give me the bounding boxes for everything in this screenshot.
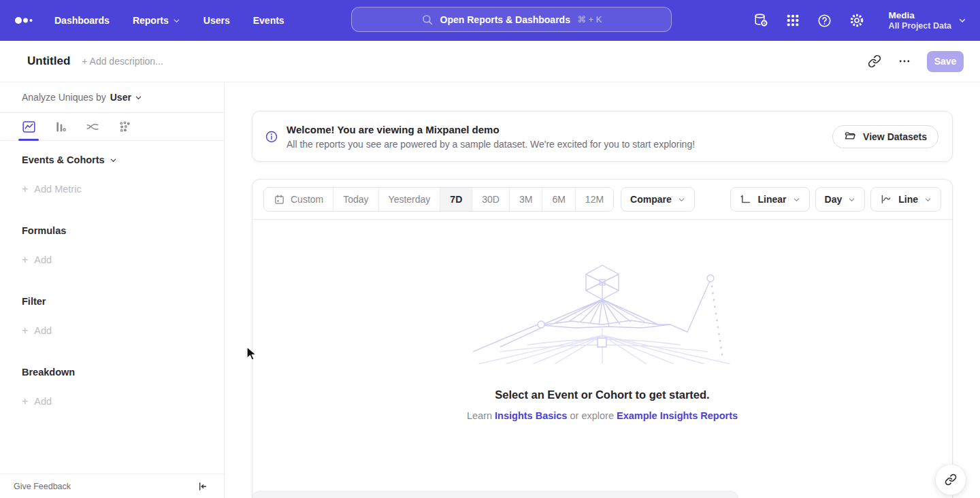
plus-icon: + [22,395,28,408]
empty-state-subtitle: Learn Insights Basics or explore Example… [467,410,738,421]
folder-icon [844,130,857,143]
chevron-down-icon [173,17,180,24]
search-icon [421,14,434,26]
copy-url-floating-button[interactable] [935,464,966,495]
section-breakdown: Breakdown [22,367,202,378]
search-shortcut: ⌘ + K [577,14,602,24]
banner-subtitle: All the reports you see are powered by a… [287,137,832,151]
date-range-today[interactable]: Today [333,188,378,211]
compare-button[interactable]: Compare [621,187,695,212]
date-range-7d[interactable]: 7D [440,188,472,211]
scatter-view-icon[interactable] [116,118,133,135]
copy-link-icon [945,474,957,486]
chevron-down-icon [110,156,117,164]
insights-basics-link[interactable]: Insights Basics [495,410,567,421]
give-feedback-link[interactable]: Give Feedback [14,482,71,491]
help-icon[interactable] [817,12,833,29]
info-icon [265,130,278,144]
nav-dashboards[interactable]: Dashboards [54,15,110,26]
line-chart-view-icon[interactable] [20,118,37,135]
nav-events[interactable]: Events [253,15,284,26]
axis-linear-icon [740,193,752,205]
scale-dropdown[interactable]: Linear [730,187,810,212]
main-content: Welcome! You are viewing a Mixpanel demo… [225,82,980,498]
view-datasets-button[interactable]: View Datasets [832,125,938,148]
add-filter-button[interactable]: +Add [22,325,202,337]
wireframe-landscape-illustration [473,262,732,364]
bar-chart-view-icon[interactable] [52,118,69,135]
chevron-down-icon [678,196,685,203]
chevron-down-icon [924,196,932,203]
date-range-6m[interactable]: 6M [542,188,575,211]
section-formulas: Formulas [22,225,202,236]
example-insights-reports-link[interactable]: Example Insights Reports [617,410,738,421]
date-range-30d[interactable]: 30D [472,188,510,211]
empty-state: Select an Event or Cohort to get started… [252,220,952,421]
date-range-yesterday[interactable]: Yesterday [379,188,441,211]
chevron-down-icon [793,196,800,203]
plus-icon: + [22,325,28,337]
section-filter: Filter [22,296,202,307]
report-title[interactable]: Untitled [27,54,70,68]
demo-welcome-banner: Welcome! You are viewing a Mixpanel demo… [252,111,953,162]
mixpanel-logo[interactable] [14,12,37,29]
query-builder-sidebar: Analyze Uniques by User Events & Cohorts… [0,82,225,498]
section-events-cohorts[interactable]: Events & Cohorts [22,154,202,165]
report-header: Untitled + Add description... Save [0,41,980,82]
analyze-row: Analyze Uniques by User [0,82,224,113]
copy-link-icon[interactable] [867,54,882,69]
line-chart-icon [880,193,892,205]
nav-users[interactable]: Users [203,15,230,26]
top-navigation-bar: Dashboards Reports Users Events Open Rep… [0,0,980,41]
search-placeholder: Open Reports & Dashboards [440,14,570,25]
nav-reports[interactable]: Reports [133,15,180,26]
date-range-custom[interactable]: Custom [264,188,333,211]
apps-grid-icon[interactable] [785,12,801,29]
project-name: Media [889,10,951,21]
selected-tab-indicator [18,139,39,141]
calendar-icon [274,194,285,205]
save-button[interactable]: Save [927,51,964,72]
chart-type-dropdown[interactable]: Line [870,187,941,212]
plus-icon: + [22,254,28,266]
date-range-segmented-control: Custom Today Yesterday 7D 30D 3M 6M 12M [263,187,614,212]
add-formula-button[interactable]: +Add [22,254,202,266]
collapse-sidebar-icon[interactable] [197,481,208,492]
view-tabs [0,113,224,141]
primary-nav: Dashboards Reports Users Events [54,15,284,26]
bottom-sheet-edge[interactable] [252,491,738,498]
chevron-down-icon [958,16,966,24]
sidebar-footer: Give Feedback [0,474,224,498]
banner-title: Welcome! You are viewing a Mixpanel demo [287,122,832,137]
global-search[interactable]: Open Reports & Dashboards ⌘ + K [351,7,672,32]
chart-toolbar: Custom Today Yesterday 7D 30D 3M 6M 12M … [252,180,952,220]
plus-icon: + [22,183,28,195]
analyze-value-dropdown[interactable]: User [110,92,142,103]
empty-state-title: Select an Event or Cohort to get started… [495,388,709,401]
chevron-down-icon [848,196,855,203]
report-description-placeholder[interactable]: + Add description... [82,56,163,67]
project-scope: All Project Data [889,21,951,31]
settings-gear-icon[interactable] [849,12,865,29]
analyze-label: Analyze Uniques by [22,92,106,103]
interval-dropdown[interactable]: Day [815,187,866,212]
add-metric-button[interactable]: +Add Metric [22,183,202,195]
insights-report-card: Custom Today Yesterday 7D 30D 3M 6M 12M … [252,179,953,498]
date-range-3m[interactable]: 3M [510,188,542,211]
chevron-down-icon [135,94,142,101]
data-management-icon[interactable] [753,12,769,29]
more-options-icon[interactable] [897,54,912,69]
project-switcher[interactable]: Media All Project Data [889,10,966,31]
add-breakdown-button[interactable]: +Add [22,395,202,408]
date-range-12m[interactable]: 12M [576,188,613,211]
flow-view-icon[interactable] [84,118,101,135]
nav-right-cluster: Media All Project Data [753,0,966,41]
